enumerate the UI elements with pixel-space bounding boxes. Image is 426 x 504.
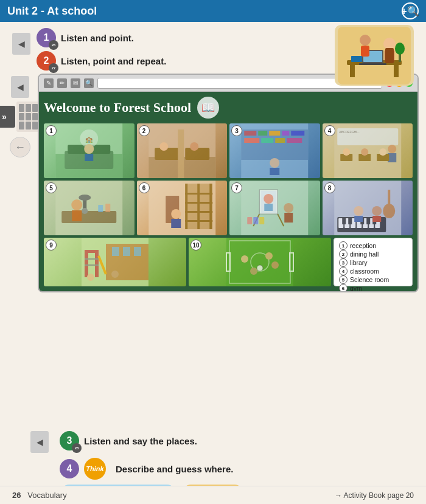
svg-rect-34	[269, 131, 280, 136]
browser-window: ✎ ✏ ✉ 🔍 Welcome to Forest School 📖	[38, 74, 419, 292]
reception-illustration: 🏫	[44, 123, 134, 178]
svg-rect-27	[178, 129, 184, 178]
svg-rect-55	[61, 211, 116, 223]
mail-icon[interactable]: ✉	[71, 78, 80, 88]
page-title: Unit 2 - At school	[7, 5, 97, 18]
instruction-text-1: Listen and point.	[61, 33, 134, 43]
svg-rect-37	[244, 138, 259, 143]
svg-point-119	[111, 271, 119, 278]
search-tool-icon[interactable]: 🔍	[84, 78, 94, 88]
svg-point-57	[79, 195, 91, 201]
instruction-text-3: Listen and say the places.	[84, 436, 197, 446]
room-cell-8: 8	[323, 181, 413, 235]
svg-rect-14	[351, 56, 362, 62]
svg-rect-74	[171, 219, 181, 228]
activity-badge-3: 3 28	[60, 431, 79, 450]
browser-nav-row: ◀ » ← ✎ ✏ ✉ 🔍	[0, 74, 426, 426]
room-num-4: 4	[324, 125, 335, 136]
svg-rect-79	[264, 204, 273, 211]
room-cell-10: 10	[189, 238, 331, 286]
activity-4-row: 4 Think Describe and guess where.	[30, 458, 414, 480]
instruction-text-4: Describe and guess where.	[116, 464, 233, 474]
vocab-item-6: 6 gym	[339, 284, 407, 292]
left-nav-controls: ◀ » ←	[5, 74, 35, 157]
svg-rect-33	[258, 131, 267, 136]
svg-rect-99	[366, 218, 370, 224]
svg-rect-26	[185, 148, 209, 160]
svg-rect-68	[185, 193, 212, 195]
cd-badge-1: 26	[49, 40, 58, 50]
pencil-icon[interactable]: ✏	[57, 78, 67, 88]
svg-rect-66	[197, 184, 200, 229]
room-cell-5: 5	[44, 181, 134, 235]
vocab-item-4: 4 classroom	[339, 267, 407, 275]
svg-rect-114	[85, 250, 99, 253]
nav-left-arrow-bottom[interactable]: ◀	[30, 431, 49, 453]
activity-badge-4: 4	[60, 459, 79, 478]
svg-rect-112	[85, 250, 88, 277]
nav-left-arrow-top[interactable]: ◀	[12, 33, 30, 55]
instruction-row-4: 4 Think Describe and guess where.	[60, 458, 233, 480]
svg-rect-62	[105, 204, 110, 212]
library-illustration	[229, 123, 320, 178]
svg-point-128	[271, 261, 279, 269]
svg-rect-47	[388, 153, 396, 162]
forest-school-title: Welcome to Forest School	[44, 100, 191, 116]
school-crest: 📖	[197, 97, 219, 119]
room-cell-2: 2	[137, 123, 228, 178]
svg-rect-85	[253, 217, 258, 224]
svg-rect-39	[275, 138, 285, 143]
activity-3-row: ◀ 3 28 Listen and say the places.	[30, 431, 414, 453]
cd-badge-3: 28	[72, 443, 82, 453]
top-section: ◀ 1 26 Listen and point. 2 27 Listen, po…	[0, 22, 426, 74]
svg-rect-61	[98, 205, 103, 212]
rooms-main-grid: 1 🏫	[44, 123, 413, 235]
svg-rect-69	[185, 202, 212, 204]
vocab-item-1: 1 reception	[339, 241, 407, 250]
sports-field-illustration	[189, 238, 331, 286]
room-num-1: 1	[46, 125, 57, 136]
search-icon[interactable]: +🔍	[402, 2, 419, 19]
gym-illustration	[137, 181, 228, 235]
svg-rect-83	[284, 213, 293, 223]
svg-rect-60	[72, 210, 82, 221]
svg-rect-35	[282, 131, 289, 136]
dining-hall-illustration	[137, 123, 228, 178]
forest-school-header: Welcome to Forest School 📖	[44, 97, 413, 119]
svg-point-41	[270, 158, 279, 168]
svg-rect-36	[291, 131, 304, 136]
svg-point-118	[87, 274, 94, 281]
svg-point-10	[360, 35, 371, 46]
room-num-7: 7	[231, 182, 242, 193]
svg-text:ABCDEFGHI...: ABCDEFGHI...	[339, 130, 359, 134]
circle-left-arrow[interactable]: ←	[10, 137, 30, 157]
svg-point-52	[361, 148, 368, 156]
svg-rect-2	[350, 65, 355, 77]
room-cell-6: 6	[137, 181, 228, 235]
svg-point-130	[265, 252, 273, 260]
svg-rect-67	[209, 184, 212, 229]
edit-icon[interactable]: ✎	[44, 78, 54, 88]
svg-rect-54	[55, 181, 122, 235]
art-room-illustration	[229, 181, 320, 235]
svg-rect-22	[85, 154, 93, 161]
top-illustration	[335, 25, 414, 86]
instruction-text-2: Listen, point and repeat.	[61, 56, 166, 66]
svg-point-46	[388, 145, 396, 153]
room-cell-1: 1 🏫	[44, 123, 134, 178]
svg-point-21	[84, 144, 94, 154]
double-arrow-btn[interactable]: »	[0, 106, 15, 128]
instruction-row-3: 3 28 Listen and say the places.	[60, 431, 197, 450]
svg-point-129	[250, 268, 257, 275]
room-num-9: 9	[46, 240, 57, 250]
footer-left: 26 Vocabulary	[12, 491, 67, 500]
svg-point-29	[190, 142, 198, 151]
main-content: ◀ 1 26 Listen and point. 2 27 Listen, po…	[0, 22, 426, 504]
playground-illustration	[44, 238, 186, 286]
svg-point-127	[241, 255, 248, 263]
svg-rect-102	[388, 190, 390, 213]
svg-rect-42	[270, 168, 279, 175]
svg-rect-111	[134, 247, 141, 256]
nav-left-arrow-mid[interactable]: ◀	[11, 76, 29, 98]
svg-rect-84	[247, 217, 252, 224]
